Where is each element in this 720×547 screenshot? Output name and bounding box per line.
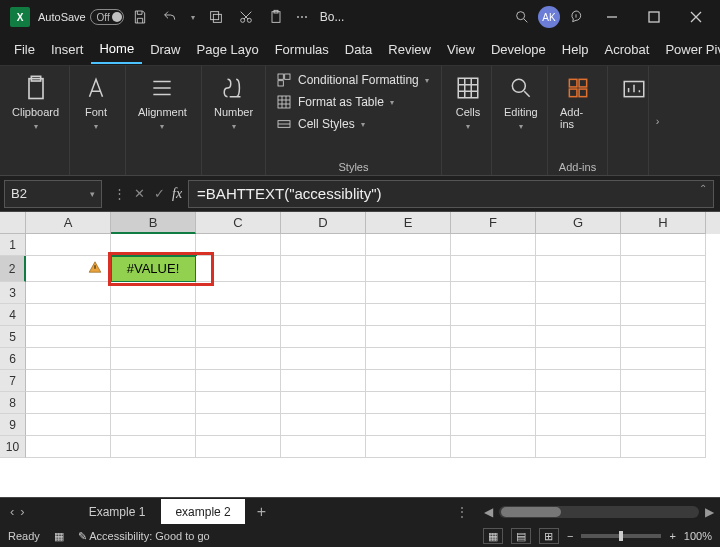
undo-button[interactable] [156,3,184,31]
cell-H9[interactable] [621,414,706,436]
user-avatar[interactable]: AK [538,6,560,28]
zoom-slider[interactable] [581,534,661,538]
sheet-tab-1[interactable]: example 2 [161,499,244,524]
menu-help[interactable]: Help [554,36,597,63]
cell-F5[interactable] [451,326,536,348]
cell-A3[interactable] [26,282,111,304]
cell-H10[interactable] [621,436,706,458]
cell-E8[interactable] [366,392,451,414]
cell-E6[interactable] [366,348,451,370]
cell-F10[interactable] [451,436,536,458]
close-button[interactable] [676,1,716,33]
cell-G9[interactable] [536,414,621,436]
cell-A10[interactable] [26,436,111,458]
menu-developer[interactable]: Develope [483,36,554,63]
horizontal-scrollbar[interactable] [499,506,699,518]
cell-E2[interactable] [366,256,451,282]
select-all-corner[interactable] [0,212,26,234]
save-button[interactable] [126,3,154,31]
cell-A1[interactable] [26,234,111,256]
cell-B3[interactable] [111,282,196,304]
cell-F2[interactable] [451,256,536,282]
cell-H8[interactable] [621,392,706,414]
clipboard-button[interactable]: Clipboard▾ [6,70,65,135]
cell-E1[interactable] [366,234,451,256]
cell-H7[interactable] [621,370,706,392]
cell-F1[interactable] [451,234,536,256]
cell-C5[interactable] [196,326,281,348]
cell-D4[interactable] [281,304,366,326]
minimize-button[interactable] [592,1,632,33]
cell-B8[interactable] [111,392,196,414]
cell-B6[interactable] [111,348,196,370]
sheet-menu-button[interactable]: ⋮ [446,505,478,519]
cell-D7[interactable] [281,370,366,392]
row-header-1[interactable]: 1 [0,234,26,256]
cell-B1[interactable] [111,234,196,256]
sheet-tab-0[interactable]: Example 1 [75,499,160,524]
normal-view-button[interactable]: ▦ [483,528,503,544]
cell-H6[interactable] [621,348,706,370]
cell-E9[interactable] [366,414,451,436]
menu-view[interactable]: View [439,36,483,63]
cell-styles-button[interactable]: Cell Styles▾ [272,114,433,134]
cell-G7[interactable] [536,370,621,392]
paste-button[interactable] [262,3,290,31]
cells-button[interactable]: Cells▾ [448,70,488,135]
cell-C3[interactable] [196,282,281,304]
cell-F4[interactable] [451,304,536,326]
search-button[interactable] [508,3,536,31]
editing-button[interactable]: Editing▾ [498,70,544,135]
row-header-6[interactable]: 6 [0,348,26,370]
cell-G4[interactable] [536,304,621,326]
row-header-8[interactable]: 8 [0,392,26,414]
cell-E10[interactable] [366,436,451,458]
menu-data[interactable]: Data [337,36,380,63]
cell-G5[interactable] [536,326,621,348]
menu-formulas[interactable]: Formulas [267,36,337,63]
row-header-10[interactable]: 10 [0,436,26,458]
cell-D8[interactable] [281,392,366,414]
cell-G2[interactable] [536,256,621,282]
col-header-c[interactable]: C [196,212,281,234]
menu-review[interactable]: Review [380,36,439,63]
formula-input[interactable]: =BAHTTEXT("accessiblity") ⌃ [188,180,714,208]
cell-A7[interactable] [26,370,111,392]
coming-soon-icon[interactable] [562,3,590,31]
cell-B4[interactable] [111,304,196,326]
toggle-switch[interactable]: Off [90,9,124,25]
conditional-formatting-button[interactable]: Conditional Formatting▾ [272,70,433,90]
cell-B2[interactable]: #VALUE! [111,256,196,282]
cell-F7[interactable] [451,370,536,392]
cell-C2[interactable] [196,256,281,282]
spreadsheet-grid[interactable]: A B C D E F G H 12#VALUE!345678910 [0,212,720,497]
name-box[interactable]: B2 ▾ [4,180,102,208]
row-header-9[interactable]: 9 [0,414,26,436]
undo-dropdown[interactable]: ▾ [186,3,200,31]
row-header-7[interactable]: 7 [0,370,26,392]
number-button[interactable]: Number▾ [208,70,259,135]
cut-button[interactable] [232,3,260,31]
menu-powerpivot[interactable]: Power Piv [657,36,720,63]
zoom-out-button[interactable]: − [567,530,573,542]
cell-D5[interactable] [281,326,366,348]
cell-G6[interactable] [536,348,621,370]
file-name[interactable]: Bo... [314,10,351,24]
cell-D3[interactable] [281,282,366,304]
add-sheet-button[interactable]: + [247,499,276,525]
formula-expand-button[interactable]: ⌃ [699,183,707,194]
qat-overflow[interactable]: ⋯ [292,3,312,31]
cell-H2[interactable] [621,256,706,282]
row-header-4[interactable]: 4 [0,304,26,326]
formula-menu-icon[interactable]: ⋮ [110,186,128,201]
cell-F6[interactable] [451,348,536,370]
row-header-5[interactable]: 5 [0,326,26,348]
cell-H5[interactable] [621,326,706,348]
addins-button[interactable]: Add-ins [554,70,601,134]
cell-E5[interactable] [366,326,451,348]
cell-A6[interactable] [26,348,111,370]
sheet-prev-button[interactable]: ‹ [10,504,14,519]
cell-F9[interactable] [451,414,536,436]
row-header-3[interactable]: 3 [0,282,26,304]
cell-C1[interactable] [196,234,281,256]
